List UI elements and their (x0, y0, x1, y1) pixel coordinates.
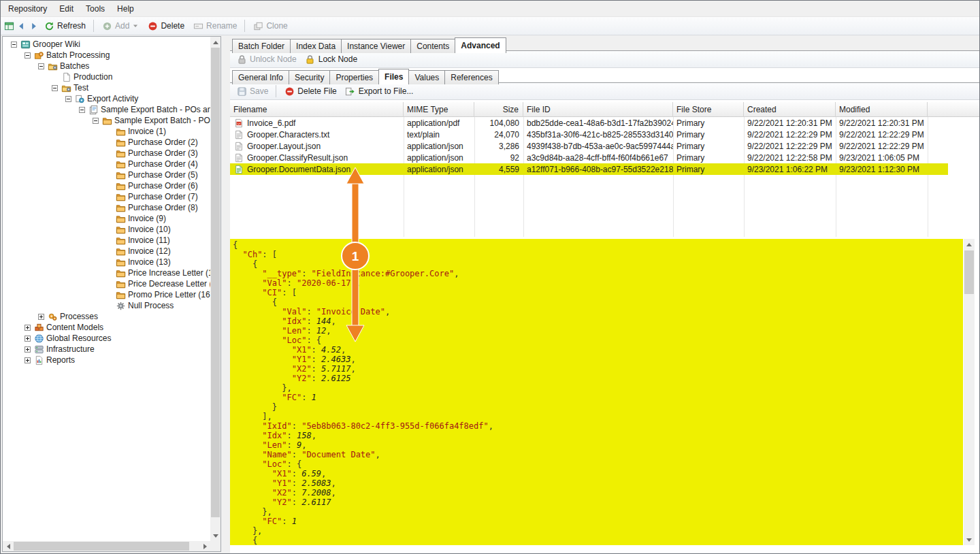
tree-item-infrastructure[interactable]: Infrastructure (3, 344, 210, 355)
tab-advanced[interactable]: Advanced (455, 37, 506, 53)
tree-expander[interactable] (24, 52, 31, 59)
tree-item-grooper-wiki[interactable]: Grooper Wiki (3, 39, 210, 50)
tree-item-purchase-order-6[interactable]: Purchase Order (6) (3, 180, 210, 191)
json-line: "Loc": { (233, 459, 963, 469)
json-line: "Loc": { (233, 336, 963, 345)
tree-item-invoice-10[interactable]: Invoice (10) (3, 224, 210, 235)
tab-general-info[interactable]: General Info (232, 70, 289, 84)
tree-item-purchase-order-2[interactable]: Purchase Order (2) (3, 137, 210, 148)
column-header-created[interactable]: Created (744, 102, 836, 117)
tab-batch-folder[interactable]: Batch Folder (232, 39, 291, 53)
tree-expander[interactable] (65, 96, 71, 102)
lock-node-button[interactable]: Lock Node (301, 52, 361, 66)
tree-item-batch-processing[interactable]: Batch Processing (3, 50, 210, 61)
tree-item-purchase-order-3[interactable]: Purchase Order (3) (3, 148, 210, 159)
tree-item-null-process[interactable]: Null Process (3, 300, 210, 311)
scroll-thumb[interactable] (14, 542, 189, 551)
delete-button[interactable]: Delete (144, 19, 188, 33)
refresh-button[interactable]: Refresh (40, 19, 89, 33)
tree-expander[interactable] (24, 325, 31, 331)
tree-toggle-icon[interactable] (3, 20, 14, 31)
tree-item-sample-export-batch-pos-and-in[interactable]: Sample Export Batch - POs and In (3, 115, 210, 126)
delete-file-button[interactable]: Delete File (280, 84, 340, 98)
tab-files[interactable]: Files (378, 69, 409, 84)
tree-item-label: Batch Processing (44, 50, 110, 60)
tree-item-price-increase-letter-14[interactable]: Price Increase Letter (14) (3, 267, 210, 278)
tree-expander[interactable] (38, 314, 44, 320)
menu-edit[interactable]: Edit (53, 1, 80, 16)
back-icon[interactable] (16, 20, 27, 31)
table-row-grooper-characters-txt[interactable]: Grooper.Characters.txttext/plain24,07043… (230, 129, 979, 140)
scroll-down-button[interactable] (964, 535, 974, 545)
rename-button[interactable]: Rename (189, 19, 240, 33)
tree-horizontal-scrollbar[interactable] (3, 541, 210, 551)
tree-item-processes[interactable]: Processes (3, 311, 210, 322)
tree-expander[interactable] (52, 85, 58, 91)
export-to-file-button[interactable]: Export to File... (342, 84, 417, 98)
unlock-node-button[interactable]: Unlock Node (233, 52, 300, 66)
tree-item-purchase-order-5[interactable]: Purchase Order (5) (3, 169, 210, 180)
tree-item-price-decrease-letter-15[interactable]: Price Decrease Letter (15) (3, 278, 210, 289)
column-header-filename[interactable]: Filename (230, 102, 404, 117)
cell-size: 104,080 (474, 117, 523, 129)
table-row-grooper-classifyresult-json[interactable]: Grooper.ClassifyResult.jsonapplication/j… (230, 152, 979, 163)
scroll-right-button[interactable] (200, 541, 210, 551)
tree-item-batches[interactable]: Batches (3, 61, 210, 71)
tree-item-invoice-13[interactable]: Invoice (13) (3, 257, 210, 267)
tree-item-promo-price-letter-16[interactable]: Promo Price Letter (16) (3, 289, 210, 300)
column-header-file-id[interactable]: File ID (523, 102, 673, 117)
tree-item-reports[interactable]: Reports (3, 355, 210, 365)
scroll-up-button[interactable] (210, 37, 220, 47)
tree-expander[interactable] (24, 346, 31, 353)
tree-expander[interactable] (79, 107, 85, 113)
scroll-up-button[interactable] (964, 239, 974, 249)
tree-item-invoice-9[interactable]: Invoice (9) (3, 213, 210, 224)
clone-button[interactable]: Clone (249, 19, 291, 33)
tab-security[interactable]: Security (289, 70, 330, 84)
tab-values[interactable]: Values (408, 70, 445, 84)
tree-vertical-scrollbar[interactable] (210, 37, 220, 541)
table-row-grooper-layout-json[interactable]: Grooper.Layout.jsonapplication/json3,286… (230, 140, 979, 152)
column-header-size[interactable]: Size (474, 102, 523, 117)
tree-expander[interactable] (11, 42, 17, 48)
tab-index-data[interactable]: Index Data (290, 39, 342, 53)
forward-icon[interactable] (28, 20, 39, 31)
tab-instance-viewer[interactable]: Instance Viewer (341, 39, 411, 53)
column-header-modified[interactable]: Modified (836, 102, 928, 117)
tree-item-invoice-11[interactable]: Invoice (11) (3, 235, 210, 246)
tree-item-production[interactable]: Production (3, 71, 210, 82)
menu-help[interactable]: Help (111, 1, 140, 16)
scroll-down-button[interactable] (210, 531, 220, 541)
tree-item-purchase-order-8[interactable]: Purchase Order (8) (3, 202, 210, 213)
column-header-file-store[interactable]: File Store (673, 102, 744, 117)
tree-item-sample-export-batch-pos-and-invoic[interactable]: Sample Export Batch - POs and Invoic (3, 104, 210, 115)
table-row-grooper-documentdata-json[interactable]: Grooper.DocumentData.jsonapplication/jso… (230, 163, 979, 175)
tab-properties[interactable]: Properties (329, 70, 379, 84)
tree-expander[interactable] (38, 63, 44, 69)
tree-item-global-resources[interactable]: Global Resources (3, 333, 210, 344)
tree-expander[interactable] (24, 336, 31, 342)
column-header-mime-type[interactable]: MIME Type (404, 102, 474, 117)
tree-item-purchase-order-4[interactable]: Purchase Order (4) (3, 159, 210, 169)
tree-item-label: Purchase Order (6) (126, 181, 198, 191)
tree-expander[interactable] (24, 357, 31, 363)
tree-item-export-activity[interactable]: Export Activity (3, 93, 210, 104)
tab-contents[interactable]: Contents (410, 39, 455, 53)
tree-item-purchase-order-7[interactable]: Purchase Order (7) (3, 191, 210, 202)
tree-item-test[interactable]: Test (3, 82, 210, 93)
menu-repository[interactable]: Repository (2, 1, 53, 16)
scroll-left-button[interactable] (3, 541, 13, 551)
table-row-invoice-6-pdf[interactable]: Invoice_6.pdfapplication/pdf104,080bdb25… (230, 117, 979, 129)
menu-tools[interactable]: Tools (80, 1, 111, 16)
tree-item-invoice-1[interactable]: Invoice (1) (3, 126, 210, 137)
scroll-thumb[interactable] (964, 250, 974, 294)
json-vertical-scrollbar[interactable] (964, 239, 975, 545)
filename-text: Invoice_6.pdf (247, 118, 295, 128)
tab-references[interactable]: References (444, 70, 498, 84)
save-button[interactable]: Save (233, 84, 272, 98)
tree-item-invoice-12[interactable]: Invoice (12) (3, 246, 210, 257)
add-button[interactable]: Add (98, 19, 142, 33)
tree-item-content-models[interactable]: Content Models (3, 322, 210, 333)
tree-expander[interactable] (93, 118, 99, 124)
scroll-thumb[interactable] (211, 48, 220, 517)
